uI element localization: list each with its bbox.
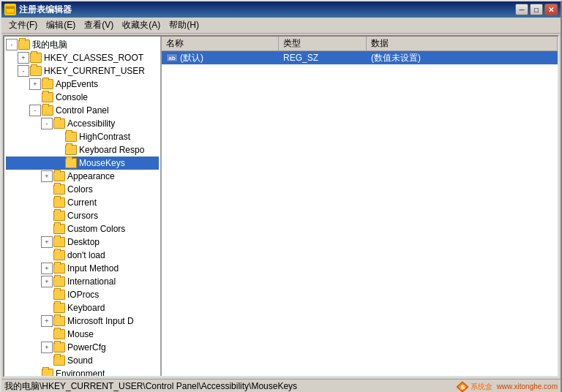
tree-label: Input Method [67,263,119,274]
maximize-button[interactable]: □ [530,4,543,15]
tree-node-mouse[interactable]: Mouse [6,328,159,341]
list-body: ab(默认)REG_SZ(数值未设置) [162,51,558,64]
reg-value-name: (默认) [180,52,203,64]
tree-node-appearance[interactable]: +Appearance [6,170,159,183]
tree-node-powercfg[interactable]: +PowerCfg [6,341,159,354]
tree-node-current[interactable]: Current [6,196,159,209]
logo-icon: 系 [456,380,469,393]
pane-container: -我的电脑+HKEY_CLASSES_ROOT-HKEY_CURRENT_USE… [3,35,559,377]
tree-node-sound[interactable]: Sound [6,354,159,367]
tree-label: Keyboard Respo [79,145,144,155]
folder-icon [30,53,42,63]
tree-expander[interactable]: + [41,276,53,287]
folder-icon [65,132,77,142]
tree-node-hkcu[interactable]: -HKEY_CURRENT_USER [6,64,159,78]
folder-icon [65,145,77,155]
folder-icon [53,211,65,221]
right-panel[interactable]: 名称 类型 数据 ab(默认)REG_SZ(数值未设置) [162,37,558,376]
tree-label: HighContrast [79,132,130,142]
folder-icon [53,250,65,260]
tree-expander[interactable]: + [18,52,29,64]
tree-node-mypc[interactable]: -我的电脑 [6,38,159,51]
tree-node-desktop[interactable]: +Desktop [6,235,159,249]
tree-label: Cursors [67,211,98,221]
tree-expander[interactable]: + [41,342,53,353]
folder-icon [53,316,65,326]
tree-label: Custom Colors [67,224,125,234]
tree-node-mousekeys[interactable]: MouseKeys [6,157,159,170]
tree-label: Keyboard [67,303,105,313]
menu-favorites[interactable]: 收藏夹(A) [118,18,165,33]
tree-node-ioprocs[interactable]: IOProcs [6,288,159,301]
tree-node-console[interactable]: Console [6,91,159,104]
tree-label: Accessibility [67,118,115,129]
menu-file[interactable]: 文件(F) [4,18,42,33]
main-content: -我的电脑+HKEY_CLASSES_ROOT-HKEY_CURRENT_USE… [1,34,561,379]
tree-expander[interactable]: + [41,170,53,182]
folder-icon [18,39,30,50]
tree-expander[interactable]: - [29,105,41,116]
tree-node-environment[interactable]: Environment [6,367,159,376]
menu-view[interactable]: 查看(V) [80,18,118,33]
tree-node-dontload[interactable]: don't load [6,249,159,262]
tree-node-highcontrast[interactable]: HighContrast [6,130,159,143]
folder-icon [53,355,65,366]
folder-icon [42,369,53,376]
folder-icon [53,184,65,195]
list-row[interactable]: ab(默认)REG_SZ(数值未设置) [162,51,558,64]
list-cell-data: (数值未设置) [367,51,558,65]
folder-icon [53,290,65,300]
tree-label: Environment [56,369,105,376]
tree-expander[interactable]: + [29,78,41,90]
website-text: www.xitonghe.com [497,382,558,391]
tree-node-keyboardresp[interactable]: Keyboard Respo [6,143,159,157]
tree-node-hkcr[interactable]: +HKEY_CLASSES_ROOT [6,51,159,64]
minimize-button[interactable]: ─ [515,4,528,15]
folder-icon [30,66,42,76]
tree-node-cursors[interactable]: Cursors [6,209,159,222]
folder-icon [53,171,65,181]
tree-node-accessibility[interactable]: -Accessibility [6,117,159,130]
tree-node-appevents[interactable]: +AppEvents [6,78,159,91]
tree-label: MouseKeys [79,158,125,168]
folder-icon [53,276,65,287]
tree-label: Control Panel [56,105,109,116]
tree-label: Console [56,92,88,102]
tree-node-inputmethod[interactable]: +Input Method [6,262,159,275]
tree-expander[interactable]: - [41,118,53,129]
folder-icon [42,105,53,116]
tree-expander[interactable]: - [18,65,29,77]
tree-node-international[interactable]: +International [6,275,159,288]
tree-node-colors[interactable]: Colors [6,183,159,196]
folder-icon [42,79,53,89]
tree-expander[interactable]: - [6,39,18,50]
menu-edit[interactable]: 编辑(E) [42,18,80,33]
tree-expander[interactable]: + [41,263,53,274]
tree-expander[interactable]: + [41,315,53,327]
tree-label: International [67,276,116,287]
folder-icon [42,92,53,102]
tree-node-controlpanel[interactable]: -Control Panel [6,104,159,117]
window-controls: ─ □ ✕ [515,4,558,15]
header-name[interactable]: 名称 [162,37,279,50]
folder-icon [53,118,65,129]
title-bar: 注册表编辑器 ─ □ ✕ [1,1,561,18]
title-bar-left: 注册表编辑器 [4,4,72,16]
status-bar: 我的电脑\HKEY_CURRENT_USER\Control Panel\Acc… [1,379,561,392]
folder-icon [65,158,77,168]
main-window: 注册表编辑器 ─ □ ✕ 文件(F) 编辑(E) 查看(V) 收藏夹(A) 帮助… [0,0,562,392]
tree-node-msinputd[interactable]: +Microsoft Input D [6,314,159,328]
list-header: 名称 类型 数据 [162,37,558,51]
close-button[interactable]: ✕ [544,4,558,15]
tree-expander[interactable]: + [41,236,53,248]
tree-node-customcolors[interactable]: Custom Colors [6,222,159,235]
svg-text:系: 系 [460,384,465,389]
header-type[interactable]: 类型 [279,37,367,50]
tree-node-keyboard[interactable]: Keyboard [6,301,159,314]
header-data[interactable]: 数据 [367,37,558,50]
tree-label: PowerCfg [67,342,106,353]
tree-label: IOProcs [67,290,99,300]
folder-icon [53,263,65,274]
menu-help[interactable]: 帮助(H) [165,18,203,33]
tree-panel[interactable]: -我的电脑+HKEY_CLASSES_ROOT-HKEY_CURRENT_USE… [4,37,162,376]
